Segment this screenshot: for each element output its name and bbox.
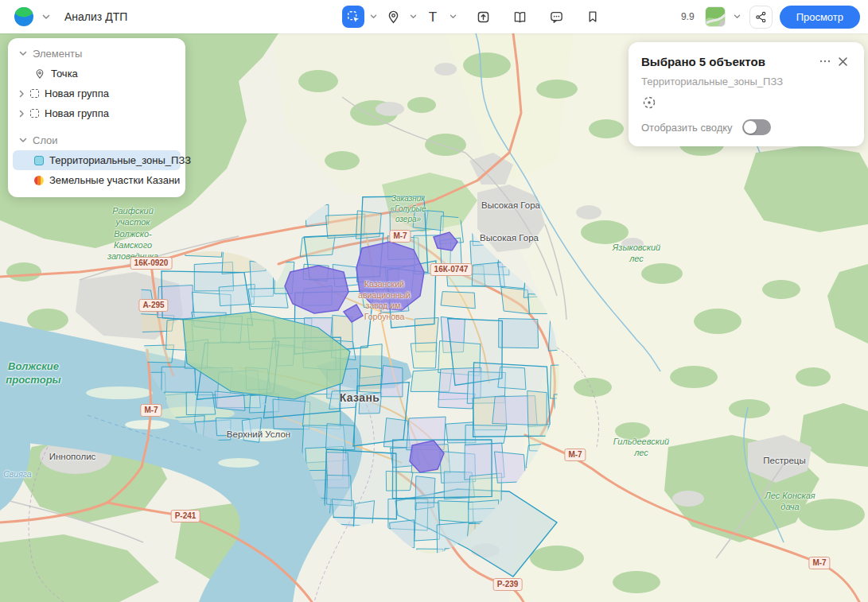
close-icon (838, 56, 848, 67)
document-title: Анализ ДТП (64, 10, 127, 23)
layer-item-territorial-zones[interactable]: Территориальные_зоны_ПЗЗ (13, 150, 181, 170)
layer-color-icon (34, 156, 44, 165)
bookmark-tool-button[interactable] (582, 6, 604, 28)
group-icon (30, 89, 39, 98)
layer-color-icon (34, 176, 44, 185)
layer-item-label: Территориальные_зоны_ПЗЗ (49, 154, 191, 166)
layer-item-land-parcels[interactable]: Земельные участки Казани (8, 170, 185, 190)
tree-group-2[interactable]: Новая группа (8, 103, 185, 123)
share-icon (754, 10, 768, 24)
preview-button[interactable]: Просмотр (780, 6, 860, 29)
map-style-dropdown[interactable] (733, 6, 742, 28)
selection-title: Выбрано 5 объектов (641, 55, 816, 68)
map-style-preview (706, 7, 726, 27)
text-tool-dropdown[interactable] (448, 6, 457, 28)
layers-section-label: Слои (33, 134, 58, 146)
app-logo[interactable] (14, 6, 34, 27)
tree-item-label: Точка (51, 68, 78, 80)
focus-target-icon (642, 95, 656, 110)
comment-icon (549, 10, 564, 25)
selection-panel: Выбрано 5 объектов Территориальные_зоны_… (629, 42, 864, 146)
chevron-right-icon (19, 90, 25, 98)
point-tool-button[interactable] (382, 6, 404, 28)
select-tool-button[interactable] (342, 6, 364, 28)
layers-panel: Элементы Точка Новая группа Новая группа… (8, 38, 185, 197)
book-icon (512, 10, 527, 25)
elements-section-header[interactable]: Элементы (8, 44, 185, 64)
tree-item-point[interactable]: Точка (8, 64, 185, 84)
text-tool-button[interactable]: T (422, 6, 444, 28)
text-tool-icon: T (429, 10, 437, 24)
zoom-level: 9.9 (681, 11, 695, 22)
group-icon (30, 109, 39, 118)
select-cursor-icon (346, 10, 360, 24)
layers-section-header[interactable]: Слои (8, 130, 185, 150)
summary-toggle-label: Отобразить сводку (641, 122, 733, 134)
tree-item-label: Новая группа (45, 107, 109, 119)
map-style-button[interactable] (705, 6, 726, 27)
tree-group-1[interactable]: Новая группа (8, 84, 185, 103)
chevron-down-icon[interactable] (41, 6, 51, 28)
tree-item-label: Новая группа (45, 87, 109, 99)
more-options-button[interactable] (816, 52, 834, 70)
summary-toggle[interactable] (742, 119, 771, 135)
selection-layer-name: Территориальные_зоны_ПЗЗ (641, 76, 851, 87)
chevron-down-icon (19, 138, 27, 143)
comments-tool-button[interactable] (545, 6, 567, 28)
bookmark-icon (586, 10, 600, 24)
share-button[interactable] (749, 6, 773, 29)
pin-icon (386, 10, 401, 25)
close-panel-button[interactable] (834, 52, 851, 70)
chevron-down-icon (19, 51, 27, 56)
top-toolbar: Анализ ДТП T (0, 0, 868, 33)
upload-icon (476, 10, 491, 25)
import-tool-button[interactable] (472, 6, 494, 28)
pin-icon (34, 68, 45, 80)
toggle-knob (744, 121, 757, 134)
zoom-to-selection-button[interactable] (641, 95, 657, 111)
point-tool-dropdown[interactable] (408, 6, 418, 28)
select-tool-dropdown[interactable] (368, 6, 378, 28)
layer-item-label: Земельные участки Казани (49, 174, 180, 186)
legend-tool-button[interactable] (508, 6, 531, 28)
chevron-right-icon (19, 110, 25, 118)
elements-section-label: Элементы (33, 48, 82, 60)
ellipsis-icon (819, 55, 831, 68)
